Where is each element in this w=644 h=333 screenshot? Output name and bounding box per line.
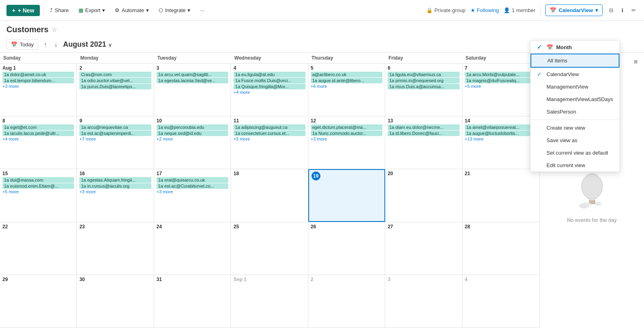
dropdown-calendar-view[interactable]: ✓ CalendarView: [530, 68, 619, 81]
more-events[interactable]: +5 more: [233, 137, 305, 141]
dropdown-set-default[interactable]: Set current view as default: [530, 147, 619, 159]
more-events[interactable]: +7 more: [79, 137, 151, 141]
calendar-day[interactable]: 61a ligula.eu@vitaerisus.ca1a primis.in@…: [385, 64, 462, 116]
calendar-day[interactable]: 20: [385, 169, 462, 221]
more-events[interactable]: +6 more: [311, 84, 382, 89]
calendar-event[interactable]: 1a risus.Duis.a@accumsa...: [388, 84, 459, 89]
calendar-day[interactable]: 2: [308, 275, 385, 327]
calendar-event[interactable]: 1a amet@vitaeposuereat...: [465, 124, 537, 130]
filter-button[interactable]: ⊟: [607, 6, 615, 15]
favorite-star-icon[interactable]: ☆: [52, 26, 57, 33]
calendar-day[interactable]: 111a adipiscing@augueut.ca1a consectetue…: [231, 116, 308, 169]
calendar-event[interactable]: 1a est.tempor.bibendum...: [2, 78, 74, 83]
calendar-event[interactable]: eget.dictum.placerat@ma...: [311, 124, 382, 130]
integrate-button[interactable]: ⬡ Integrate ▾: [155, 6, 194, 15]
dropdown-edit-view[interactable]: Edit current view: [530, 159, 619, 172]
new-button[interactable]: + + New: [6, 5, 40, 16]
calendar-event[interactable]: Cras@non.com: [79, 72, 151, 77]
calendar-event[interactable]: 1a magnis@duiFuscealiq...: [465, 78, 537, 83]
more-events[interactable]: +3 more: [79, 189, 151, 194]
dropdown-management-view[interactable]: ManagementView: [530, 81, 619, 93]
calendar-day[interactable]: 3: [385, 275, 462, 327]
export-button[interactable]: ▦ Export ▾: [75, 6, 109, 15]
calendar-event[interactable]: 1a eu.ligula@at.edu: [233, 72, 305, 77]
calendar-event[interactable]: 1a erat@quisarcu.co.uk: [157, 177, 228, 183]
more-events[interactable]: +5 more: [465, 84, 537, 89]
calendar-day[interactable]: 31: [154, 275, 231, 327]
calendar-day[interactable]: 81a eget@et.com1a iaculis.lacus.pede@ult…: [0, 116, 77, 169]
calendar-event[interactable]: 1a egestas.Aliquam.fringil...: [79, 177, 151, 183]
calendar-event[interactable]: 1a est.ac@Curabiturvel.co...: [157, 183, 228, 189]
calendar-day[interactable]: 91a arcu@nequevitae.ca1a est.ac@sapienim…: [77, 116, 154, 169]
calendar-event[interactable]: 1a arcu.Morbi@vulputate...: [465, 72, 537, 77]
calendar-event[interactable]: 1a augue@luctuslobortis...: [465, 130, 537, 136]
more-button[interactable]: ···: [197, 6, 208, 15]
calendar-day[interactable]: 5a@aclibero.co.uk1a augue.id.ante@libero…: [308, 64, 385, 116]
calendar-day[interactable]: 41a eu.ligula@at.edu1a Fusce.mollis.Duis…: [231, 64, 308, 116]
calendar-day[interactable]: 141a amet@vitaeposuereat...1a augue@luct…: [462, 116, 539, 169]
calendar-event[interactable]: 1a augue.id.ante@libero...: [311, 78, 382, 83]
calendar-day[interactable]: Aug 11a dolor@amet.co.uk1a est.tempor.bi…: [0, 64, 77, 116]
calendar-day[interactable]: 24: [154, 222, 231, 275]
calendar-event[interactable]: 1a dolor@amet.co.uk: [2, 72, 74, 77]
calendar-day[interactable]: 27: [385, 222, 462, 275]
calendar-event[interactable]: 1a Quisque.fringilla@Mor...: [233, 84, 305, 89]
more-events[interactable]: +4 more: [2, 137, 74, 141]
dropdown-create-new[interactable]: Create new view: [530, 122, 619, 134]
calendar-day[interactable]: 29: [0, 275, 77, 327]
dropdown-all-items[interactable]: All Items: [530, 54, 619, 68]
calendar-event[interactable]: 1a euismod.enim.Etiam@...: [2, 183, 74, 189]
calendar-day[interactable]: 171a erat@quisarcu.co.uk1a est.ac@Curabi…: [154, 169, 231, 221]
more-events[interactable]: +3 more: [311, 137, 382, 141]
calendar-day[interactable]: 30: [77, 275, 154, 327]
more-events[interactable]: +4 more: [233, 90, 305, 95]
calendar-event[interactable]: 1a in.cursus@iaculis.org: [79, 183, 151, 189]
calendar-event[interactable]: 1a odio.auctor.vitae@vel...: [79, 78, 151, 83]
calendar-day[interactable]: 131a diam.eu.dolor@necme...1a id.libero.…: [385, 116, 462, 169]
calendar-day[interactable]: 22: [0, 222, 77, 275]
following-button[interactable]: ★ Following: [471, 7, 499, 13]
share-button[interactable]: ⤴ Share: [47, 6, 72, 15]
calendar-day[interactable]: 4: [462, 275, 539, 327]
calendar-day[interactable]: 151a dui@massa.com1a euismod.enim.Etiam@…: [0, 169, 77, 221]
calendar-day[interactable]: 12eget.dictum.placerat@ma...1a Nunc.comm…: [308, 116, 385, 169]
calendar-day[interactable]: 31a arcu.vel.quam@sagitti...1a egestas.l…: [154, 64, 231, 116]
calendar-event[interactable]: 1a Fusce.mollis.Duis@orci...: [233, 78, 305, 83]
dropdown-save-view-as[interactable]: Save view as: [530, 134, 619, 147]
calendar-event[interactable]: 1a arcu@nequevitae.ca: [79, 124, 151, 130]
calendar-event[interactable]: 1a consectetuer.cursus.et...: [233, 130, 305, 136]
more-events[interactable]: +3 more: [157, 189, 228, 194]
calendar-event[interactable]: 1a primis.in@nequesed.org: [388, 78, 459, 83]
calendar-event[interactable]: 1a adipiscing@augueut.ca: [233, 124, 305, 130]
today-button[interactable]: 📅 Today: [6, 39, 38, 50]
calendar-event[interactable]: 1a id.libero.Donec@fauci...: [388, 130, 459, 136]
calendar-day[interactable]: 26: [308, 222, 385, 275]
calendar-day[interactable]: 19: [308, 169, 385, 221]
calendar-day[interactable]: Sep 1: [231, 275, 308, 327]
calendar-event[interactable]: 1a arcu.vel.quam@sagitti...: [157, 72, 228, 77]
calendar-event[interactable]: 1a diam.eu.dolor@necme...: [388, 124, 459, 130]
expand-panel-button[interactable]: ⊞: [632, 58, 639, 66]
calendar-event[interactable]: 1a purus.Duis@laoreetips...: [79, 84, 151, 89]
calendar-event[interactable]: 1a eu@perconubia.edu: [157, 124, 228, 130]
dropdown-sales-person[interactable]: SalesPerson: [530, 105, 619, 118]
calendar-day[interactable]: 21: [462, 169, 539, 221]
calendar-day[interactable]: 2Cras@non.com1a odio.auctor.vitae@vel...…: [77, 64, 154, 116]
calendar-day[interactable]: 25: [231, 222, 308, 275]
members-button[interactable]: 👤 1 member: [504, 7, 535, 13]
calendar-day[interactable]: 71a arcu.Morbi@vulputate...1a magnis@dui…: [462, 64, 539, 116]
calendar-view-button[interactable]: 📅 CalendarView ▾: [545, 4, 603, 16]
calendar-day[interactable]: 161a egestas.Aliquam.fringil...1a in.cur…: [77, 169, 154, 221]
calendar-event[interactable]: 1a ligula.eu@vitaerisus.ca: [388, 72, 459, 77]
automate-button[interactable]: ⚙ Automate ▾: [111, 6, 152, 15]
calendar-day[interactable]: 23: [77, 222, 154, 275]
calendar-day[interactable]: 28: [462, 222, 539, 275]
dropdown-management-view-last5[interactable]: ManagementViewLast5Days: [530, 93, 619, 105]
edit-button[interactable]: ✏: [630, 6, 638, 15]
calendar-event[interactable]: 1a dui@massa.com: [2, 177, 74, 183]
calendar-event[interactable]: 1a est.ac@sapienimperdi...: [79, 130, 151, 136]
calendar-event[interactable]: 1a egestas.lacinia.Sed@ve...: [157, 78, 228, 83]
more-events[interactable]: +2 more: [157, 137, 228, 141]
calendar-day[interactable]: 18: [231, 169, 308, 221]
calendar-event[interactable]: 1a iaculis.lacus.pede@ultr...: [2, 130, 74, 136]
